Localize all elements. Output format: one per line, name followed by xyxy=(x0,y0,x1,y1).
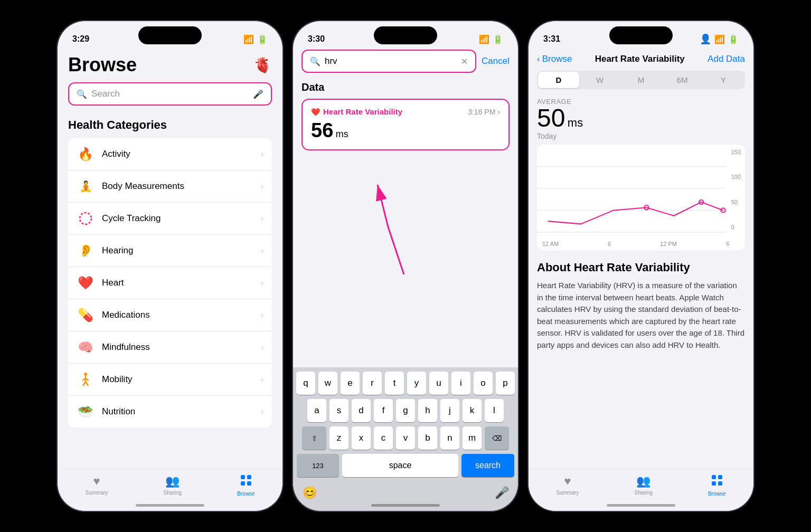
home-indicator-1 xyxy=(136,504,204,507)
tab-browse-3[interactable]: Browse xyxy=(708,474,725,497)
battery-icon-1: 🔋 xyxy=(257,34,268,44)
key-x[interactable]: x xyxy=(352,426,371,450)
hrv-card[interactable]: ❤️ Heart Rate Variability 3:16 PM › 56 m… xyxy=(301,99,510,150)
key-k[interactable]: k xyxy=(463,399,482,422)
back-button[interactable]: ‹ Browse xyxy=(537,54,572,64)
key-a[interactable]: a xyxy=(307,399,326,422)
seg-y[interactable]: Y xyxy=(703,72,744,88)
search-icon-2: 🔍 xyxy=(310,56,320,66)
summary-label: Summary xyxy=(86,490,108,496)
microphone-icon: 🎤 xyxy=(253,89,263,99)
seg-w[interactable]: W xyxy=(579,72,620,88)
key-n[interactable]: n xyxy=(440,426,459,450)
search-value: hrv xyxy=(325,56,457,66)
hearing-label: Hearing xyxy=(102,245,253,256)
y-label-50: 50 xyxy=(731,199,741,205)
page-title-3: Heart Rate Variability xyxy=(595,54,685,64)
arrow-annotation xyxy=(335,174,441,280)
search-clear-icon[interactable]: ✕ xyxy=(461,56,468,66)
keyboard: q w e r t y u i o p a s d f g h j k l xyxy=(293,367,518,511)
tab-sharing-1[interactable]: 👥 Sharing xyxy=(163,474,181,496)
tab-summary-1[interactable]: ♥ Summary xyxy=(86,474,108,496)
key-z[interactable]: z xyxy=(329,426,348,450)
browse-icon-3 xyxy=(711,474,723,489)
category-item-body[interactable]: 🧘 Body Measurements › xyxy=(68,170,272,203)
average-label: AVERAGE xyxy=(537,98,745,106)
category-item-medications[interactable]: 💊 Medications › xyxy=(68,299,272,331)
search-icon: 🔍 xyxy=(77,89,87,99)
category-item-mobility[interactable]: Mobility › xyxy=(68,364,272,396)
search-placeholder: Search xyxy=(91,89,249,99)
mic-icon[interactable]: 🎤 xyxy=(489,481,514,505)
key-i[interactable]: i xyxy=(451,372,470,395)
key-v[interactable]: v xyxy=(396,426,415,450)
key-r[interactable]: r xyxy=(363,372,382,395)
svg-rect-22 xyxy=(718,481,722,486)
key-123[interactable]: 123 xyxy=(297,454,339,477)
seg-m[interactable]: M xyxy=(620,72,662,88)
key-d[interactable]: d xyxy=(352,399,371,422)
key-j[interactable]: j xyxy=(440,399,459,422)
x-label-12pm: 12 PM xyxy=(660,241,677,247)
medications-icon: 💊 xyxy=(77,306,95,324)
tab-sharing-3[interactable]: 👥 Sharing xyxy=(634,474,652,496)
key-t[interactable]: t xyxy=(385,372,404,395)
mobility-chevron: › xyxy=(261,375,263,384)
key-s[interactable]: s xyxy=(329,399,348,422)
about-text: Heart Rate Variability (HRV) is a measur… xyxy=(537,280,745,351)
nutrition-label: Nutrition xyxy=(102,406,253,417)
hrv-card-header: ❤️ Heart Rate Variability 3:16 PM › xyxy=(311,107,500,116)
cycle-chevron: › xyxy=(261,214,263,223)
key-delete[interactable]: ⌫ xyxy=(485,426,509,450)
back-chevron-icon: ‹ xyxy=(537,54,540,64)
seg-d[interactable]: D xyxy=(538,72,579,88)
key-p[interactable]: p xyxy=(496,372,515,395)
cancel-button[interactable]: Cancel xyxy=(482,56,510,66)
category-item-nutrition[interactable]: 🥗 Nutrition › xyxy=(68,396,272,428)
key-f[interactable]: f xyxy=(374,399,393,422)
key-l[interactable]: l xyxy=(485,399,504,422)
tab-browse-1[interactable]: Browse xyxy=(237,474,254,497)
tab-summary-3[interactable]: ♥ Summary xyxy=(557,474,579,496)
key-h[interactable]: h xyxy=(418,399,437,422)
category-item-cycle[interactable]: Cycle Tracking › xyxy=(68,203,272,235)
status-icons-1: 📶 🔋 xyxy=(243,34,268,44)
y-label-100: 100 xyxy=(731,174,741,180)
key-search[interactable]: search xyxy=(461,454,514,477)
key-w[interactable]: w xyxy=(318,372,337,395)
heart-chevron: › xyxy=(261,279,263,287)
hrv-number: 56 xyxy=(311,119,333,141)
key-c[interactable]: c xyxy=(374,426,393,450)
chart-x-labels: 12 AM 6 12 PM 6 xyxy=(542,241,729,247)
stats-value-row: 50 ms xyxy=(537,106,745,131)
add-data-button[interactable]: Add Data xyxy=(708,54,745,64)
hrv-time-value: 3:16 PM xyxy=(468,108,495,116)
key-b[interactable]: b xyxy=(418,426,437,450)
key-space[interactable]: space xyxy=(342,454,458,477)
svg-rect-19 xyxy=(712,475,716,479)
dynamic-island-1 xyxy=(138,26,202,44)
key-e[interactable]: e xyxy=(341,372,360,395)
stats-today-label: Today xyxy=(537,132,745,140)
key-shift[interactable]: ⇧ xyxy=(302,426,326,450)
search-bar[interactable]: 🔍 Search 🎤 xyxy=(68,82,272,106)
emoji-icon[interactable]: 😊 xyxy=(297,481,322,505)
body-chevron: › xyxy=(261,182,263,191)
phone-3: 3:31 👤 📶 🔋 ‹ Browse Heart Rate Variabili… xyxy=(527,20,755,512)
category-item-hearing[interactable]: 👂 Hearing › xyxy=(68,235,272,267)
browse-content: Browse 🫀 🔍 Search 🎤 Health Categories 🔥 … xyxy=(58,50,282,469)
key-g[interactable]: g xyxy=(396,399,415,422)
key-q[interactable]: q xyxy=(296,372,315,395)
sharing-icon: 👥 xyxy=(165,474,180,488)
key-m[interactable]: m xyxy=(463,426,482,450)
search-input-2[interactable]: 🔍 hrv ✕ xyxy=(301,50,476,73)
key-o[interactable]: o xyxy=(474,372,493,395)
key-u[interactable]: u xyxy=(429,372,448,395)
key-y[interactable]: y xyxy=(407,372,426,395)
category-item-activity[interactable]: 🔥 Activity › xyxy=(68,138,272,170)
category-item-mindfulness[interactable]: 🧠 Mindfulness › xyxy=(68,331,272,364)
category-item-heart[interactable]: ❤️ Heart › xyxy=(68,267,272,299)
seg-6m[interactable]: 6M xyxy=(662,72,703,88)
activity-icon: 🔥 xyxy=(77,145,95,163)
time-2: 3:30 xyxy=(308,34,325,44)
